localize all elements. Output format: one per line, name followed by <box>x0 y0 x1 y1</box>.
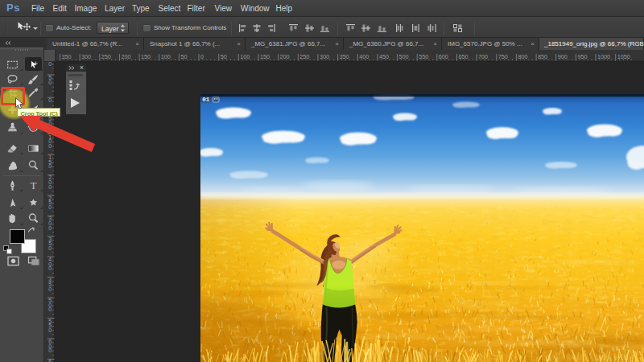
svg-text:750: 750 <box>498 53 508 60</box>
svg-text:350: 350 <box>340 53 349 60</box>
svg-text:0: 0 <box>48 286 52 292</box>
svg-text:300: 300 <box>81 53 91 60</box>
svg-text:6: 6 <box>48 359 52 362</box>
svg-text:T: T <box>31 180 37 191</box>
svg-text:0: 0 <box>48 225 52 231</box>
svg-text:200: 200 <box>280 53 290 60</box>
svg-text:700: 700 <box>478 53 488 60</box>
svg-text:0: 0 <box>48 327 52 333</box>
svg-text:150: 150 <box>141 53 151 60</box>
svg-text:350: 350 <box>62 53 72 60</box>
svg-text:0: 0 <box>48 80 52 85</box>
svg-text:600: 600 <box>439 53 448 60</box>
svg-text:50: 50 <box>221 53 227 60</box>
svg-text:250: 250 <box>299 53 309 60</box>
svg-text:250: 250 <box>101 53 111 60</box>
svg-text:0: 0 <box>48 184 52 190</box>
svg-text:850: 850 <box>538 53 547 60</box>
svg-text:450: 450 <box>379 53 389 60</box>
svg-text:100: 100 <box>161 53 171 60</box>
svg-text:0: 0 <box>48 348 52 353</box>
svg-text:300: 300 <box>320 53 329 60</box>
svg-text:900: 900 <box>558 53 568 60</box>
svg-text:0: 0 <box>48 163 52 169</box>
svg-text:100: 100 <box>240 53 250 60</box>
svg-text:550: 550 <box>419 53 428 60</box>
svg-text:0: 0 <box>48 245 52 251</box>
svg-text:400: 400 <box>359 53 369 60</box>
svg-text:50: 50 <box>180 53 187 60</box>
svg-text:800: 800 <box>518 53 527 60</box>
svg-text:0: 0 <box>48 97 52 103</box>
svg-text:950: 950 <box>577 53 587 60</box>
svg-text:500: 500 <box>399 53 409 60</box>
svg-text:200: 200 <box>121 53 130 60</box>
svg-text:150: 150 <box>260 53 270 60</box>
svg-text:0: 0 <box>48 62 52 67</box>
svg-text:0: 0 <box>48 306 52 312</box>
svg-text:0: 0 <box>48 265 52 271</box>
svg-text:01: 01 <box>202 97 210 103</box>
svg-text:0: 0 <box>48 204 52 210</box>
svg-text:650: 650 <box>459 53 469 60</box>
